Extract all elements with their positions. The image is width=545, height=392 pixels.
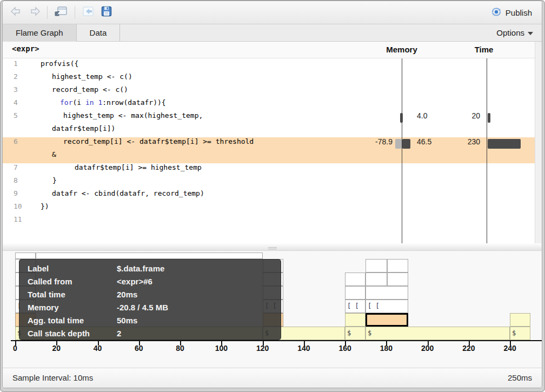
code-text: profvis({ — [41, 59, 78, 68]
tab-flame-graph[interactable]: Flame Graph — [3, 24, 77, 42]
code-text: datafr <- cbind(datafr, record_temp) — [52, 189, 204, 197]
axis-tick-label: 240 — [498, 344, 522, 353]
sample-interval-label: Sample Interval: 10ms — [12, 373, 93, 382]
time-bar — [488, 113, 490, 123]
chevron-down-icon — [528, 32, 533, 35]
tooltip-row: Memory-20.8 / 4.5 MB — [28, 301, 281, 314]
line-number: 4 — [14, 98, 18, 107]
flame-cell[interactable]: [ [ — [345, 300, 365, 313]
code-line[interactable]: 9datafr <- cbind(datafr, record_temp) — [3, 189, 535, 202]
flame-cell[interactable] — [387, 259, 408, 273]
total-time-label: 250ms — [508, 373, 532, 382]
line-number: 9 — [14, 189, 18, 197]
code-line[interactable]: 1profvis({ — [3, 59, 535, 72]
flame-cell[interactable] — [365, 273, 387, 286]
flame-cell[interactable]: $ — [510, 327, 530, 340]
code-line[interactable]: 4for(i in 1:nrow(datafr)){ — [3, 98, 535, 111]
code-text: record_temp <- c() — [52, 85, 128, 94]
axis-tick-label: 180 — [374, 344, 398, 353]
code-line[interactable]: datafr$temp[i]) — [3, 124, 535, 137]
code-line[interactable]: 6record_temp[i] <- datafr$temp[i] >= thr… — [3, 137, 535, 150]
flame-cell[interactable] — [387, 273, 408, 286]
options-label: Options — [496, 28, 524, 37]
toolbar-separator — [47, 6, 48, 19]
time-axis-line — [487, 58, 487, 243]
code-context-label: <expr> — [12, 44, 39, 53]
memory-column-header: Memory — [369, 45, 434, 54]
axis-tick-label: 20 — [44, 344, 68, 353]
flame-tooltip: Label$.data.frameCalled from<expr>#6Tota… — [19, 259, 281, 340]
code-line[interactable]: 10}) — [3, 202, 535, 215]
code-line[interactable]: 3record_temp <- c() — [3, 85, 535, 98]
tooltip-row: Call stack depth2 — [28, 327, 281, 340]
memory-dealloc-value: -78.9 — [349, 137, 393, 146]
code-header: <expr> Memory Time — [3, 42, 535, 58]
axis-tick-label: 120 — [251, 344, 275, 353]
code-line[interactable]: 11 — [3, 215, 535, 228]
code-text: & — [52, 150, 56, 158]
line-number: 10 — [14, 202, 22, 210]
code-rows[interactable]: 1profvis({2highest_temp <- c()3record_te… — [3, 59, 535, 228]
line-number: 1 — [14, 59, 18, 68]
line-number: 11 — [14, 215, 22, 223]
flame-cell[interactable] — [345, 313, 365, 327]
code-text: datafr$temp[i]) — [52, 124, 115, 132]
line-number: 3 — [14, 85, 18, 94]
tab-bar: Flame Graph Data Options — [3, 24, 542, 42]
splitter-grip-icon — [268, 246, 277, 250]
flame-cell-selected[interactable] — [365, 313, 408, 327]
code-line[interactable]: 8} — [3, 176, 535, 189]
time-value: 230 — [435, 137, 480, 146]
tooltip-row: Agg. total time50ms — [28, 314, 281, 327]
flame-cell[interactable]: [ [ — [365, 300, 408, 313]
code-line[interactable]: 5highest_temp <- max(highest_temp,4.020 — [3, 111, 535, 124]
code-panel: <expr> Memory Time 1profvis({2highest_te… — [3, 42, 542, 243]
axis-tick-label: 200 — [416, 344, 440, 353]
code-text: for(i in 1:nrow(datafr)){ — [60, 98, 166, 107]
back-icon[interactable] — [10, 6, 22, 19]
line-number: 5 — [14, 111, 18, 119]
status-bar: Sample Interval: 10ms 250ms — [3, 368, 542, 388]
toolbar: Publish — [3, 1, 542, 24]
code-line[interactable]: & — [3, 150, 535, 163]
flame-cell[interactable] — [36, 253, 263, 259]
flame-cell[interactable]: $ — [345, 327, 365, 340]
time-bar — [488, 139, 521, 149]
time-value: 20 — [435, 111, 480, 120]
code-line[interactable]: 2highest_temp <- c() — [3, 72, 535, 85]
time-axis-baseline — [11, 340, 542, 341]
save-icon[interactable] — [101, 6, 112, 19]
forward-icon[interactable] — [29, 6, 41, 19]
axis-tick-label: 100 — [209, 344, 233, 353]
code-scrollbar[interactable] — [535, 42, 542, 243]
panel-splitter[interactable] — [3, 243, 542, 251]
import-icon[interactable] — [82, 6, 95, 19]
memory-alloc-value: 4.0 — [417, 111, 427, 120]
axis-tick-label: 0 — [3, 344, 27, 353]
code-line[interactable]: 7datafr$temp[i] >= highest_temp — [3, 163, 535, 176]
flame-cell[interactable] — [15, 253, 36, 259]
publish-icon — [491, 7, 502, 18]
code-text: }) — [41, 202, 49, 210]
toolbar-separator — [75, 6, 75, 19]
memory-alloc-bar — [400, 113, 403, 123]
flame-cell[interactable] — [345, 286, 365, 300]
line-number: 8 — [14, 176, 18, 184]
tab-data[interactable]: Data — [77, 24, 121, 42]
new-window-icon[interactable] — [54, 5, 68, 19]
axis-tick-label: 80 — [168, 344, 192, 353]
flame-cell[interactable] — [510, 313, 530, 327]
code-text: } — [52, 176, 57, 184]
flame-cell[interactable]: $ — [365, 327, 510, 340]
options-dropdown[interactable]: Options — [496, 24, 533, 42]
publish-label: Publish — [506, 8, 532, 17]
flame-cell[interactable] — [365, 259, 387, 273]
memory-alloc-value: 46.5 — [417, 137, 431, 146]
app-frame: Publish Flame Graph Data Options <expr> … — [0, 0, 545, 392]
publish-button[interactable]: Publish — [491, 1, 532, 24]
tooltip-row: Total time20ms — [28, 288, 281, 301]
code-text: record_temp[i] <- datafr$temp[i] >= thre… — [63, 137, 254, 145]
flame-cell[interactable] — [345, 273, 365, 286]
flame-cell[interactable] — [365, 286, 408, 300]
memory-axis-line — [402, 58, 402, 243]
